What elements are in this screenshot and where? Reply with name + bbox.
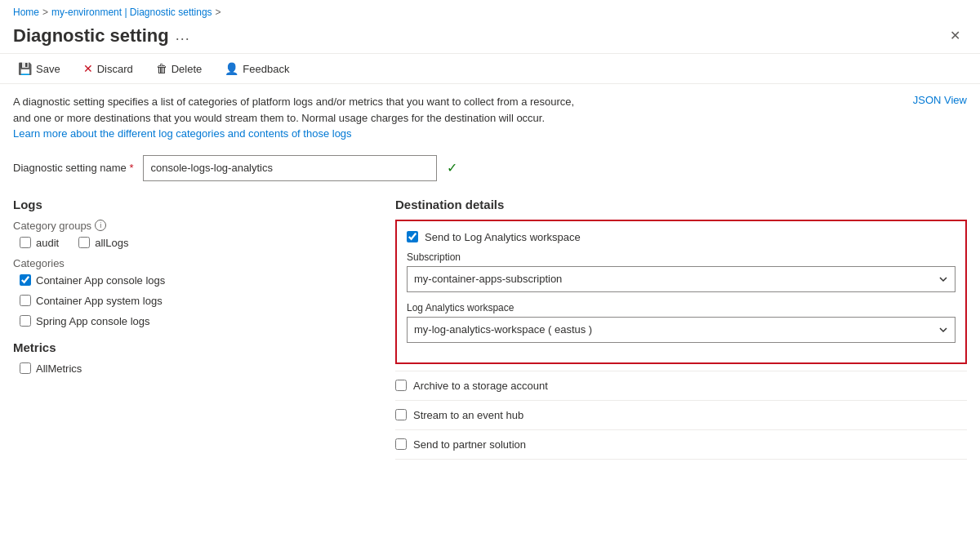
discard-icon: ✕ (83, 62, 93, 75)
feedback-label: Feedback (243, 63, 289, 75)
page-title: Diagnostic setting (13, 25, 169, 47)
main-content: Logs Category groups i audit allLogs Cat… (0, 194, 980, 460)
all-metrics-item: AllMetrics (20, 362, 369, 375)
description-main: A diagnostic setting specifies a list of… (13, 96, 574, 124)
header-row: Diagnostic setting ... ✕ (0, 21, 980, 53)
alllogs-checkbox-item: allLogs (78, 237, 128, 249)
metrics-section: Metrics AllMetrics (13, 340, 369, 375)
category-item-console-logs: Container App console logs (20, 274, 369, 287)
storage-account-label: Archive to a storage account (413, 380, 548, 392)
event-hub-checkbox[interactable] (395, 409, 407, 420)
breadcrumb-sep1: > (42, 7, 48, 18)
delete-button[interactable]: 🗑 Delete (151, 59, 207, 78)
breadcrumb-home[interactable]: Home (13, 7, 39, 18)
system-logs-checkbox[interactable] (20, 295, 31, 306)
feedback-button[interactable]: 👤 Feedback (220, 59, 294, 78)
page-container: Home > my-environment | Diagnostic setti… (0, 0, 980, 538)
log-analytics-box: Send to Log Analytics workspace Subscrip… (395, 220, 967, 364)
left-panel: Logs Category groups i audit allLogs Cat… (13, 194, 389, 460)
delete-label: Delete (172, 63, 203, 75)
categories-label: Categories (13, 257, 369, 269)
partner-solution-option: Send to partner solution (395, 429, 967, 459)
bottom-separator (395, 459, 967, 460)
setting-name-label: Diagnostic setting name * (13, 162, 133, 174)
partner-solution-checkbox[interactable] (395, 438, 407, 450)
discard-button[interactable]: ✕ Discard (78, 59, 138, 78)
all-metrics-checkbox[interactable] (20, 362, 31, 374)
save-label: Save (36, 63, 60, 75)
category-item-spring-logs: Spring App console logs (20, 315, 369, 327)
workspace-field: Log Analytics workspace my-log-analytics… (407, 302, 956, 343)
header-title-area: Diagnostic setting ... (13, 25, 190, 47)
category-groups-checkboxes: audit allLogs (20, 237, 369, 249)
category-item-system-logs: Container App system logs (20, 295, 369, 307)
workspace-label: Log Analytics workspace (407, 302, 956, 313)
right-panel: Destination details Send to Log Analytic… (389, 194, 967, 460)
log-analytics-checkbox[interactable] (407, 231, 418, 242)
breadcrumb: Home > my-environment | Diagnostic setti… (0, 0, 980, 21)
setting-name-input[interactable] (143, 155, 437, 181)
audit-checkbox-item: audit (20, 237, 59, 249)
all-metrics-label: AllMetrics (36, 362, 82, 375)
storage-account-checkbox[interactable] (395, 380, 407, 391)
form-section: Diagnostic setting name * ✓ (0, 149, 980, 194)
description-area: A diagnostic setting specifies a list of… (0, 84, 980, 149)
alllogs-label: allLogs (95, 237, 128, 249)
valid-icon: ✓ (447, 160, 457, 176)
learn-more-link[interactable]: Learn more about the different log categ… (13, 127, 352, 140)
subscription-select[interactable]: my-container-apps-subscription (407, 266, 956, 292)
save-icon: 💾 (18, 62, 32, 75)
json-view-link[interactable]: JSON View (900, 94, 967, 106)
event-hub-option: Stream to an event hub (395, 400, 967, 429)
destination-title: Destination details (395, 198, 967, 211)
breadcrumb-sep2: > (216, 7, 221, 18)
system-logs-label: Container App system logs (36, 295, 163, 307)
more-options-button[interactable]: ... (176, 27, 190, 44)
feedback-icon: 👤 (225, 62, 238, 75)
log-analytics-label: Send to Log Analytics workspace (425, 231, 581, 243)
breadcrumb-environment[interactable]: my-environment | Diagnostic settings (51, 7, 212, 18)
spring-logs-checkbox[interactable] (20, 315, 31, 327)
audit-checkbox[interactable] (20, 237, 31, 248)
category-groups-label: Category groups i (13, 220, 369, 232)
discard-label: Discard (97, 63, 133, 75)
delete-icon: 🗑 (156, 62, 167, 75)
storage-account-option: Archive to a storage account (395, 371, 967, 400)
subscription-field: Subscription my-container-apps-subscript… (407, 251, 956, 292)
required-marker: * (129, 162, 133, 174)
log-analytics-option: Send to Log Analytics workspace (407, 231, 956, 243)
category-groups-info-icon[interactable]: i (95, 220, 106, 231)
console-logs-checkbox[interactable] (20, 274, 31, 286)
logs-section-title: Logs (13, 198, 369, 211)
alllogs-checkbox[interactable] (78, 237, 90, 248)
event-hub-label: Stream to an event hub (413, 409, 523, 421)
spring-logs-label: Spring App console logs (36, 315, 149, 327)
description-text: A diagnostic setting specifies a list of… (13, 94, 585, 142)
audit-label: audit (36, 237, 59, 249)
partner-solution-label: Send to partner solution (413, 438, 526, 451)
toolbar: 💾 Save ✕ Discard 🗑 Delete 👤 Feedback (0, 53, 980, 84)
save-button[interactable]: 💾 Save (13, 59, 65, 78)
setting-name-row: Diagnostic setting name * ✓ (13, 155, 967, 181)
subscription-label: Subscription (407, 251, 956, 263)
metrics-section-title: Metrics (13, 340, 369, 354)
workspace-select[interactable]: my-log-analytics-workspace ( eastus ) (407, 317, 956, 343)
console-logs-label: Container App console logs (36, 274, 165, 287)
close-button[interactable]: ✕ (943, 24, 967, 47)
